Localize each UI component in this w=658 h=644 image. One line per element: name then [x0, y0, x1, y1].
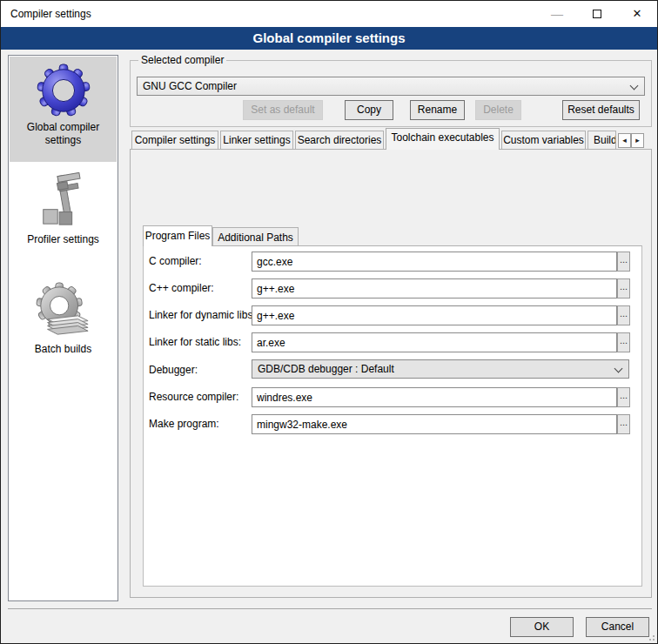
c-compiler-browse-button[interactable]: ...: [617, 252, 630, 272]
cpp-compiler-browse-button[interactable]: ...: [617, 278, 630, 299]
tab-scroll-right-button[interactable]: ▸: [631, 133, 644, 148]
static-linker-input[interactable]: [252, 332, 617, 352]
sidebar-item-batch-builds[interactable]: Batch builds: [10, 275, 117, 366]
sidebar-item-global-compiler-settings[interactable]: Global compiler settings: [10, 57, 117, 162]
sidebar-item-profiler-settings[interactable]: Profiler settings: [10, 167, 117, 258]
footer-separator: [8, 608, 652, 609]
ok-button[interactable]: OK: [510, 617, 574, 637]
maximize-button[interactable]: [577, 1, 617, 27]
page-title: Global compiler settings: [1, 27, 657, 50]
resource-compiler-label: Resource compiler:: [149, 391, 238, 403]
debugger-select[interactable]: GDB/CDB debugger : Default: [252, 359, 629, 379]
chevron-down-icon: [614, 365, 623, 373]
subtab-additional-paths[interactable]: Additional Paths: [212, 227, 299, 245]
make-program-browse-button[interactable]: ...: [617, 414, 630, 434]
dynamic-linker-browse-button[interactable]: ...: [617, 305, 630, 325]
c-compiler-input[interactable]: [252, 252, 617, 272]
minimize-button[interactable]: —: [537, 1, 577, 27]
sidebar-item-label: Batch builds: [10, 339, 117, 356]
gear-blue-icon: [37, 64, 91, 117]
chevron-down-icon: [630, 82, 639, 91]
maximize-icon: [593, 10, 601, 18]
tab-custom-variables[interactable]: Custom variables: [501, 131, 586, 150]
subtab-program-files[interactable]: Program Files: [143, 225, 212, 246]
close-button[interactable]: ✕: [617, 1, 657, 27]
resource-compiler-input[interactable]: [252, 387, 617, 407]
cpp-compiler-input[interactable]: [252, 278, 617, 299]
window-title: Compiler settings: [10, 1, 91, 27]
reset-defaults-button[interactable]: Reset defaults: [562, 100, 640, 120]
selected-compiler-group-label: Selected compiler: [138, 54, 226, 66]
static-linker-browse-button[interactable]: ...: [617, 332, 630, 352]
dynamic-linker-input[interactable]: [252, 305, 617, 325]
tab-scroll-left-button[interactable]: ◂: [618, 133, 631, 148]
debugger-select-value: GDB/CDB debugger : Default: [258, 363, 394, 375]
compiler-select-value: GNU GCC Compiler: [143, 80, 237, 92]
debugger-label: Debugger:: [149, 364, 198, 376]
compiler-settings-dialog: Compiler settings — ✕ Global compiler se…: [0, 0, 658, 644]
caliper-icon: [37, 172, 91, 230]
c-compiler-label: C compiler:: [149, 255, 202, 267]
resource-compiler-browse-button[interactable]: ...: [617, 387, 630, 407]
tab-search-directories[interactable]: Search directories: [295, 131, 384, 150]
delete-button[interactable]: Delete: [475, 100, 521, 120]
rename-button[interactable]: Rename: [410, 100, 465, 120]
copy-button[interactable]: Copy: [345, 100, 393, 120]
tab-toolchain-executables[interactable]: Toolchain executables: [386, 128, 500, 150]
compiler-select[interactable]: GNU GCC Compiler: [137, 77, 645, 96]
tab-compiler-settings[interactable]: Compiler settings: [131, 131, 218, 150]
static-linker-label: Linker for static libs:: [149, 336, 241, 348]
dynamic-linker-label: Linker for dynamic libs:: [149, 309, 256, 321]
settings-category-list: Global compiler settings Profiler settin…: [8, 55, 118, 601]
sidebar-item-label: Profiler settings: [10, 230, 117, 246]
resize-grip[interactable]: [647, 633, 655, 641]
cancel-button[interactable]: Cancel: [586, 617, 649, 637]
gear-stack-icon: [36, 282, 91, 339]
make-program-input[interactable]: [252, 414, 617, 434]
tab-linker-settings[interactable]: Linker settings: [220, 131, 293, 150]
title-bar: Compiler settings — ✕: [1, 1, 657, 27]
make-program-label: Make program:: [149, 418, 219, 430]
sidebar-item-label: Global compiler settings: [10, 117, 117, 147]
set-as-default-button[interactable]: Set as default: [243, 100, 323, 120]
tab-build-options[interactable]: Build options: [588, 131, 616, 150]
cpp-compiler-label: C++ compiler:: [149, 282, 214, 294]
